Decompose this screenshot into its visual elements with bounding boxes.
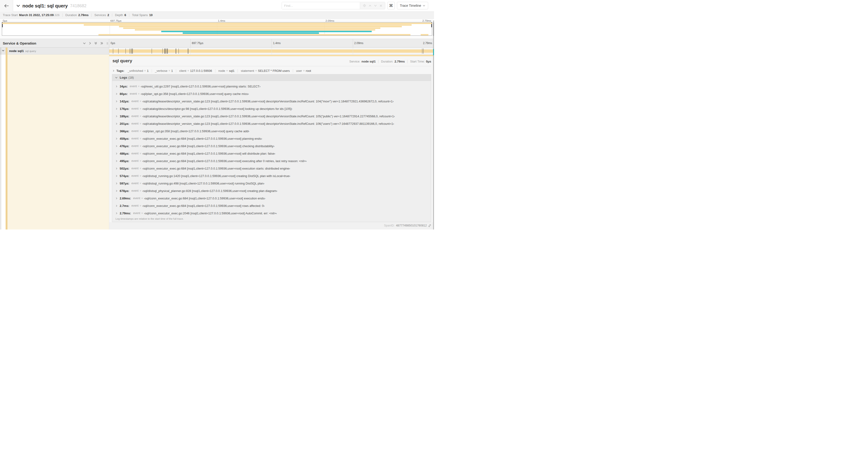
log-row[interactable]: 142μs:event=‹sql/catalog/lease/descripto… (116, 97, 431, 105)
log-row[interactable]: 80μs:event=‹sql/plan_opt.go:358 [nsql1,c… (116, 90, 431, 97)
timeline-gridline (272, 39, 272, 47)
chevron-right-icon[interactable] (116, 85, 118, 88)
minimap-span[interactable] (2, 23, 432, 24)
link-icon[interactable] (428, 224, 431, 227)
depth-label: Depth (115, 13, 123, 17)
log-event-marker[interactable] (176, 48, 176, 54)
log-row[interactable]: 597μs:event=‹sql/distsql_running.go:498 … (116, 179, 431, 187)
chevron-down-icon[interactable] (2, 50, 4, 52)
next-match-icon[interactable] (374, 5, 377, 7)
tag-key: _unfinished (128, 69, 143, 72)
log-event-marker[interactable] (165, 48, 166, 54)
chevron-right-icon[interactable] (116, 93, 118, 95)
clear-find-icon[interactable] (380, 4, 382, 7)
log-event-marker[interactable] (188, 48, 188, 54)
collapse-all-icon[interactable] (94, 42, 97, 45)
log-row[interactable]: 459μs:event=‹sql/conn_executor_exec.go:6… (116, 135, 431, 142)
log-row[interactable]: 2.69ms:event=‹sql/conn_executor_exec.go:… (116, 195, 431, 202)
chevron-right-icon[interactable] (116, 100, 118, 103)
chevron-down-icon (423, 5, 425, 6)
minimap-span[interactable] (98, 34, 410, 35)
log-equals: = (140, 137, 141, 140)
log-row[interactable]: 189μs:event=‹sql/catalog/lease/descripto… (116, 112, 431, 120)
trace-id: 7418682 (70, 3, 86, 8)
expand-one-icon[interactable] (89, 42, 91, 45)
log-row[interactable]: 574μs:event=‹sql/distsql_running.go:1420… (116, 172, 431, 179)
chevron-right-icon[interactable] (116, 175, 118, 177)
chevron-right-icon[interactable] (116, 190, 118, 192)
span-row-name-cell[interactable]: node sql1 sql query (0, 47, 109, 55)
tags-accordion[interactable]: Tags: _unfinished=1_verbose=1client=127.… (113, 68, 431, 73)
log-field-value: ‹sql/plan_opt.go:358 [nsql1,client=127.0… (142, 129, 249, 133)
log-row[interactable]: 2.7ms:event=‹sql/conn_executor_exec.go:6… (116, 202, 431, 209)
minimap-span[interactable] (421, 34, 428, 35)
scrollbar-span-marker (433, 49, 434, 55)
tag-value: root (306, 69, 311, 72)
log-field-key: event (131, 159, 138, 163)
minimap-span[interactable] (183, 32, 319, 34)
log-row[interactable]: 502μs:event=‹sql/conn_executor_exec.go:6… (116, 165, 431, 172)
chevron-right-icon[interactable] (116, 145, 118, 147)
back-button[interactable] (0, 0, 13, 12)
chevron-right-icon[interactable] (116, 160, 118, 162)
chevron-right-icon[interactable] (116, 130, 118, 132)
log-event-marker[interactable] (113, 48, 113, 54)
scrollbar[interactable] (433, 21, 434, 230)
minimap-span[interactable] (84, 24, 412, 26)
timeline-ticks: 0μs697.75μs1.4ms2.09ms2.79ms (109, 39, 434, 47)
tag-value: 1 (147, 69, 149, 72)
log-row[interactable]: 678μs:event=‹sql/distsql_physical_planne… (116, 187, 431, 195)
log-event-marker[interactable] (162, 48, 163, 54)
log-row[interactable]: 2.79ms:event=‹sql/conn_executor_exec.go:… (116, 209, 431, 217)
chevron-right-icon[interactable] (116, 107, 118, 110)
log-row[interactable]: 476μs:event=‹sql/conn_executor_exec.go:6… (116, 142, 431, 150)
span-operation-name: sql query (25, 50, 36, 53)
chevron-right-icon[interactable] (116, 137, 118, 140)
log-row[interactable]: 176μs:event=‹sql/catalog/descs/descripto… (116, 105, 431, 112)
log-event-marker[interactable] (131, 48, 131, 54)
prev-match-icon[interactable] (369, 5, 371, 7)
span-row-bar-cell[interactable] (109, 47, 434, 55)
scrollbar-thumb[interactable] (433, 22, 434, 36)
log-equals: = (140, 144, 141, 147)
log-timestamp: 2.7ms: (120, 204, 129, 207)
log-row[interactable]: 366μs:event=‹sql/plan_opt.go:358 [nsql1,… (116, 127, 431, 135)
span-row[interactable]: node sql1 sql query (0, 47, 434, 55)
log-event-marker[interactable] (129, 48, 130, 54)
chevron-right-icon[interactable] (116, 212, 118, 215)
chevron-right-icon[interactable] (116, 204, 118, 207)
chevron-right-icon[interactable] (116, 115, 118, 118)
chevron-right-icon[interactable] (116, 152, 118, 155)
log-row[interactable]: 486μs:event=‹sql/conn_executor_exec.go:6… (116, 150, 431, 157)
log-event-marker[interactable] (152, 48, 152, 54)
expand-all-icon[interactable] (100, 42, 103, 45)
minimap-span[interactable] (161, 31, 372, 32)
find-input[interactable] (282, 2, 360, 9)
span-id-row: SpanID: 4877749850101760812 (384, 224, 431, 227)
minimap-canvas[interactable] (2, 22, 432, 36)
duration-label: Duration: (381, 60, 394, 63)
column-resizer-grip[interactable] (107, 42, 108, 44)
chevron-right-icon[interactable] (116, 197, 118, 200)
chevron-down-icon[interactable] (16, 4, 20, 7)
minimap-span[interactable] (119, 26, 402, 27)
service-label: Service: (349, 60, 360, 63)
minimap-span[interactable] (135, 29, 375, 31)
chevron-right-icon[interactable] (116, 123, 118, 125)
minimap-span[interactable] (123, 28, 380, 29)
keyboard-shortcuts-button[interactable]: ⌘ (388, 2, 395, 9)
log-equals: = (140, 130, 141, 132)
match-locate-icon[interactable] (363, 4, 366, 7)
chevron-right-icon[interactable] (116, 182, 118, 185)
log-row[interactable]: 201μs:event=‹sql/catalog/lease/descripto… (116, 120, 431, 127)
log-event-marker[interactable] (118, 48, 119, 54)
services-value: 2 (107, 13, 109, 17)
collapse-one-icon[interactable] (83, 42, 86, 44)
trace-view-select[interactable]: Trace Timeline (397, 2, 428, 9)
log-event-marker[interactable] (423, 48, 424, 54)
chevron-right-icon[interactable] (116, 167, 118, 170)
log-row[interactable]: 495μs:event=‹sql/conn_executor_exec.go:6… (116, 157, 431, 165)
log-event-marker[interactable] (166, 48, 167, 54)
log-row[interactable]: 34μs:event=‹sql/exec_util.go:2297 [nsql1… (116, 83, 431, 90)
logs-accordion-header[interactable]: Logs (18) (112, 74, 431, 81)
